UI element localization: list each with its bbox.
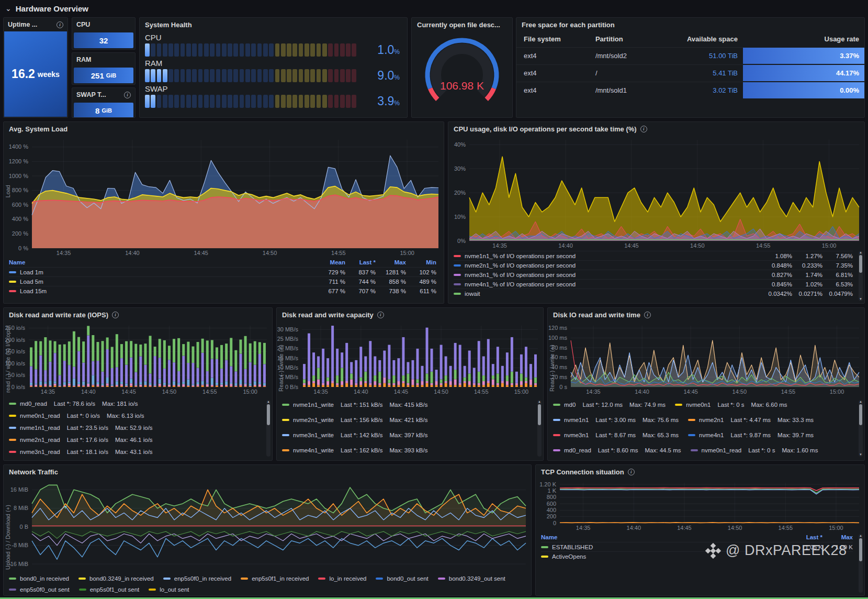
legend-entry[interactable]: bond0_out sent	[376, 573, 428, 584]
panel-title[interactable]: Network Traffic	[9, 468, 58, 476]
collapse-chevron-icon[interactable]: ⌄	[5, 6, 12, 11]
legend-column-header[interactable]: Max	[376, 259, 406, 265]
panel-title[interactable]: Currently open file desc...	[417, 21, 500, 29]
info-icon[interactable]	[112, 312, 119, 318]
legend-entry[interactable]: nvme1n1_readLast *: 23.5 io/sMax: 52.9 i…	[9, 421, 153, 434]
series-name[interactable]: nvme3n1_write	[293, 432, 334, 438]
disk-capacity-chart[interactable]: 30 MB/s25 MB/s20 MB/s15 MB/s10 MB/s5 MB/…	[277, 321, 543, 396]
info-icon[interactable]	[57, 21, 63, 28]
tcp-chart[interactable]: 1.20 K1 K800600400200014:3514:4014:4514:…	[536, 479, 864, 532]
series-name[interactable]: enp5s0f1_out sent	[90, 586, 140, 593]
legend-row[interactable]: nvme2n1_% of I/O operations per second0.…	[454, 260, 853, 270]
info-icon[interactable]	[377, 312, 384, 318]
series-name[interactable]: md0	[564, 402, 576, 408]
legend-entry[interactable]: nvme2n1_readLast *: 17.6 io/sMax: 46.1 i…	[9, 434, 153, 446]
legend-entry[interactable]: nvme3n1_readLast *: 18.1 io/sMax: 43.1 i…	[9, 446, 153, 458]
legend-scrollbar[interactable]: ▲▼	[859, 251, 863, 301]
disk-iops-chart[interactable]: 250 io/s200 io/s150 io/s100 io/s50 io/s0…	[4, 321, 272, 396]
info-icon[interactable]	[124, 92, 131, 98]
legend-scrollbar[interactable]: ▲	[537, 400, 542, 457]
legend-entry[interactable]: nvme2n1_writeLast *: 156 kB/sMax: 421 kB…	[282, 413, 427, 428]
legend-entry[interactable]: enp5s0f0_out sent	[9, 584, 70, 595]
legend-entry[interactable]: nvme2n1Last *: 4.47 msMax: 33.3 ms	[688, 413, 814, 428]
series-name[interactable]: enp5s0f0_in received	[174, 575, 231, 582]
series-name[interactable]: nvme1n1_% of I/O operations per second	[465, 253, 576, 259]
series-name[interactable]: enp5s0f0_out sent	[20, 586, 70, 593]
panel-title[interactable]: Disk IO read and write time	[553, 311, 640, 319]
legend-column-header[interactable]: Max	[822, 534, 853, 540]
legend-column-header[interactable]: Name	[541, 534, 792, 540]
legend-entry[interactable]: bond0.3249_out sent	[438, 573, 505, 584]
table-column-header[interactable]: File system	[516, 31, 588, 47]
legend-entry[interactable]: bond0_in received	[9, 573, 69, 584]
series-name[interactable]: enp5s0f1_in received	[252, 575, 309, 582]
series-name[interactable]: bond0_in received	[20, 575, 69, 582]
series-name[interactable]: md0_read	[20, 401, 47, 407]
legend-scrollbar[interactable]: ▲▼	[859, 400, 863, 457]
legend-entry[interactable]: nvme0n1Last *: 0 sMax: 6.60 ms	[675, 397, 787, 413]
series-name[interactable]: nvme0n1_read	[20, 413, 60, 419]
row-header[interactable]: ⌄ Hardware Overview	[5, 2, 88, 15]
legend-row[interactable]: Load 15m677 %707 %738 %611 %	[9, 286, 436, 295]
legend-column-header[interactable]: Name	[9, 259, 315, 265]
series-name[interactable]: nvme4n1_% of I/O operations per second	[465, 281, 576, 287]
legend-entry[interactable]: nvme3n1Last *: 8.67 msMax: 65.3 ms	[553, 428, 679, 443]
series-name[interactable]: bond0.3249_in received	[89, 575, 154, 582]
series-name[interactable]: lo_in received	[329, 575, 366, 582]
legend-entry[interactable]: md0_readLast *: 8.60 msMax: 44.5 ms	[553, 442, 681, 458]
series-name[interactable]: iowait	[465, 291, 480, 297]
legend-entry[interactable]: enp5s0f1_out sent	[79, 584, 140, 595]
series-name[interactable]: nvme2n1_write	[293, 417, 334, 423]
legend-entry[interactable]: nvme1n1_writeLast *: 151 kB/sMax: 415 kB…	[282, 397, 427, 413]
panel-title[interactable]: RAM	[76, 56, 91, 63]
series-name[interactable]: nvme0n1_read	[702, 447, 742, 453]
legend-entry[interactable]: enp5s0f0_in received	[163, 573, 231, 584]
table-column-header[interactable]: Available space	[651, 31, 743, 47]
legend-column-header[interactable]: Min	[406, 259, 436, 265]
legend-entry[interactable]: md0_readLast *: 78.6 io/sMax: 181 io/s	[9, 397, 138, 409]
legend-column-header[interactable]: Mean	[315, 259, 345, 265]
legend-row[interactable]: nvme4n1_% of I/O operations per second0.…	[454, 279, 853, 289]
legend-entry[interactable]: nvme3n1_writeLast *: 142 kB/sMax: 397 kB…	[282, 428, 427, 443]
legend-entry[interactable]: nvme4n1Last *: 9.87 msMax: 39.7 ms	[688, 428, 814, 443]
series-name[interactable]: bond0.3249_out sent	[449, 575, 505, 582]
legend-entry[interactable]: nvme4n1_writeLast *: 162 kB/sMax: 393 kB…	[282, 442, 427, 458]
series-name[interactable]: nvme2n1_% of I/O operations per second	[465, 262, 576, 269]
legend-entry[interactable]: nvme0n1_readLast *: 0 sMax: 1.60 ms	[691, 442, 818, 458]
series-name[interactable]: md0_read	[564, 447, 591, 453]
series-name[interactable]: nvme4n1_write	[293, 447, 334, 453]
legend-row[interactable]: Load 1m729 %837 %1281 %102 %	[9, 267, 436, 276]
legend-row[interactable]: Load 5m711 %744 %858 %489 %	[9, 276, 436, 286]
disk-io-time-chart[interactable]: 120 ms100 ms80 ms60 ms40 ms20 ms0 s14:35…	[548, 321, 864, 396]
cpu-usage-chart[interactable]: 40%30%20%10%0%14:3514:4014:4514:5014:551…	[448, 136, 864, 250]
legend-entry[interactable]: md0Last *: 12.0 msMax: 74.9 ms	[553, 397, 666, 413]
series-name[interactable]: nvme1n1_read	[20, 425, 60, 431]
panel-title[interactable]: System Health	[145, 21, 192, 29]
panel-title[interactable]: CPU usage, disk I/O operations per secon…	[454, 125, 637, 133]
legend-row[interactable]: nvme3n1_% of I/O operations per second0.…	[454, 270, 853, 279]
info-icon[interactable]	[628, 469, 635, 475]
series-name[interactable]: nvme2n1	[699, 417, 724, 423]
series-name[interactable]: nvme3n1	[564, 432, 589, 438]
series-name[interactable]: ActiveOpens	[552, 553, 586, 560]
panel-title[interactable]: Disk read and write capacity	[282, 311, 374, 319]
info-icon[interactable]	[644, 312, 651, 318]
panel-title[interactable]: Free space for each partition	[522, 21, 615, 29]
legend-column-header[interactable]: Last *	[792, 534, 822, 540]
legend-scrollbar[interactable]: ▲	[266, 400, 270, 457]
legend-entry[interactable]: bond0.3249_in received	[78, 573, 154, 584]
panel-title[interactable]: Disk read and write rate (IOPS)	[9, 311, 108, 319]
series-name[interactable]: nvme3n1_% of I/O operations per second	[465, 272, 576, 278]
series-name[interactable]: bond0_out sent	[387, 575, 428, 582]
avg-load-chart[interactable]: 1400 %1200 %1000 %800 %600 %400 %200 %0 …	[4, 136, 444, 257]
legend-entry[interactable]: lo_out sent	[149, 584, 189, 595]
series-name[interactable]: nvme2n1_read	[20, 437, 60, 443]
series-name[interactable]: lo_out sent	[160, 586, 189, 593]
series-name[interactable]: nvme1n1_write	[293, 402, 334, 408]
panel-title[interactable]: Uptime ...	[8, 21, 37, 28]
table-column-header[interactable]: Partition	[588, 31, 651, 47]
legend-row[interactable]: nvme1n1_% of I/O operations per second1.…	[454, 251, 853, 260]
series-name[interactable]: nvme4n1	[699, 432, 724, 438]
series-name[interactable]: Load 15m	[20, 288, 47, 294]
series-name[interactable]: nvme0n1	[686, 402, 711, 408]
